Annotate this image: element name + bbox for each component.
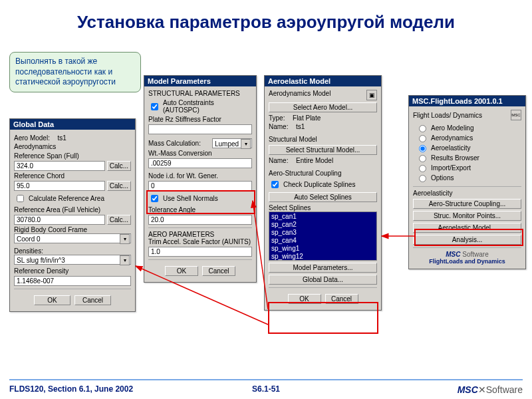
auto-select-splines-button[interactable]: Auto Select Splines (269, 192, 377, 202)
label: Import/Export (431, 164, 471, 172)
list-item[interactable]: sp_wing12 (270, 253, 376, 261)
label: Results Browser (431, 154, 479, 162)
footer-center: S6.1-51 (0, 384, 532, 394)
group-label: Aeroelasticity (413, 190, 521, 197)
section-label: AERO PARAMETERS (148, 231, 252, 238)
label: Auto Contstraints (AUTOSPC) (163, 99, 252, 114)
calc-button[interactable]: Calc... (107, 181, 131, 191)
splines-listbox[interactable]: sp_can1 sp_can2 sp_can3 sp_can4 sp_wing1… (269, 211, 377, 261)
ref-area-input[interactable] (14, 215, 105, 225)
label: Trim Accel. Scale Factor (AUNITS) (148, 238, 252, 245)
dialog-title: Aeroelastic Model (265, 76, 381, 86)
label: Structural Model (269, 136, 377, 143)
label: Reference Chord (14, 172, 131, 180)
dialog-title: Global Data (10, 119, 135, 130)
cancel-button[interactable]: Cancel (202, 266, 235, 276)
label: Reference Density (14, 267, 131, 275)
label: Reference Area (Full Vehicle) (14, 206, 131, 213)
note-box: Выполнять в такой же последовательности … (9, 52, 141, 92)
ref-chord-input[interactable] (14, 181, 105, 191)
calc-button[interactable]: Calc... (107, 215, 131, 225)
rz-input[interactable] (148, 124, 252, 134)
cds-checkbox[interactable] (271, 181, 279, 188)
label: Reference Span (Full) (14, 152, 131, 160)
ok-button[interactable]: OK (34, 295, 70, 305)
ok-button[interactable]: OK (165, 266, 198, 276)
aeroelastic-model-dialog: Aeroelastic Model Aerodynamics Model▣ Se… (264, 75, 382, 311)
label: Aero-Structural Coupling (269, 170, 377, 177)
label: Aero Model: (14, 134, 50, 142)
model-parameters-button[interactable]: Model Parameters... (269, 263, 377, 273)
list-item[interactable]: sp_wing1 (270, 245, 376, 253)
slide-title: Установка параметров аэроупругой модели (0, 12, 532, 33)
select-struct-button[interactable]: Select Structural Model... (269, 145, 377, 155)
select-aero-button[interactable]: Select Aero Model... (269, 102, 377, 112)
label: Select Splines (269, 204, 377, 211)
label: Use Shell Normals (163, 195, 218, 202)
logo-text: Software (462, 251, 488, 258)
radio-aero-modeling[interactable] (419, 125, 426, 132)
ok-button[interactable]: OK (288, 294, 321, 304)
label: Plate Rz Stiffness Factor (148, 116, 252, 123)
ref-span-input[interactable] (14, 161, 105, 171)
radio-aerodynamics[interactable] (419, 135, 426, 142)
autospc-checkbox[interactable] (151, 103, 158, 110)
label: Aeroelasticity (431, 144, 470, 152)
radio-aeroelasticity[interactable] (419, 145, 426, 152)
label: Name: (269, 157, 288, 164)
name-value: ts1 (296, 123, 305, 130)
msc-icon: MSC (511, 110, 521, 120)
msc-logo: MSC Software (413, 251, 521, 258)
rbcf-select[interactable]: Coord 0 (14, 233, 131, 243)
list-item[interactable]: sp_can2 (270, 221, 376, 229)
section-label: STRUCTURAL PARAMETERS (148, 90, 252, 97)
label: Wt.-Mass Conversion (148, 150, 252, 157)
label: Aerodynamics Model (269, 90, 331, 100)
label: Tolerance Angle (148, 206, 252, 213)
global-data-button[interactable]: Global Data... (269, 275, 377, 285)
radio-import-export[interactable] (419, 165, 426, 172)
product-label: FlightLoads and Dynamics (413, 258, 521, 265)
model-parameters-dialog: Model Parameters STRUCTURAL PARAMETERS A… (144, 75, 257, 283)
cancel-button[interactable]: Cancel (325, 294, 358, 304)
dialog-title: Model Parameters (144, 76, 256, 86)
label: Calculate Reference Area (29, 195, 104, 202)
label: Options (431, 174, 454, 182)
densities-select[interactable]: SL slug ft/in/in^3 (14, 255, 131, 265)
cancel-button[interactable]: Cancel (74, 295, 111, 305)
label: Rigid Body Coord Frame (14, 226, 131, 233)
label: Node i.d. for Wt. Gener. (148, 172, 252, 180)
tsf-input[interactable] (148, 247, 252, 257)
expand-icon[interactable]: ▣ (366, 90, 377, 100)
wtmass-input[interactable] (148, 158, 252, 168)
label: Aerodynamics (431, 134, 473, 142)
type-value: Flat Plate (293, 114, 321, 122)
struc-monitor-points-button[interactable]: Struc. Monitor Points... (413, 211, 521, 221)
list-item[interactable]: sp_can3 (270, 229, 376, 237)
label: Name: (269, 123, 288, 130)
aero-struct-coupling-button[interactable]: Aero-Structure Coupling... (413, 199, 521, 209)
sm-name-value: Entire Model (296, 157, 333, 164)
list-item[interactable]: sp_can1 (270, 213, 376, 221)
header-label: Flight Loads/ Dynamics (413, 112, 482, 119)
node-input[interactable] (148, 181, 252, 191)
radio-results-browser[interactable] (419, 155, 426, 162)
label: Densities: (14, 247, 43, 255)
aero-model-value: ts1 (57, 134, 66, 142)
footer-divider (9, 379, 523, 380)
list-item[interactable]: sp_can4 (270, 237, 376, 245)
tol-input[interactable] (148, 215, 252, 225)
radio-options[interactable] (419, 175, 426, 182)
aeroelastic-model-button[interactable]: Aeroelastic Model... (413, 223, 521, 233)
calc-button[interactable]: Calc... (107, 161, 131, 171)
label: Aero Modeling (431, 124, 473, 132)
calc-area-checkbox[interactable] (17, 195, 24, 202)
ref-density-input[interactable] (14, 276, 131, 286)
group-label: Aerodynamics (14, 143, 131, 150)
global-data-dialog: Global Data Aero Model: ts1 Aerodynamics… (9, 118, 136, 312)
shell-normals-checkbox[interactable] (151, 195, 158, 202)
label: Check Duplicate Splines (283, 181, 355, 188)
analysis-button[interactable]: Analysis... (413, 235, 521, 245)
dialog-title: MSC.FlightLoads 2001.0.1 (409, 96, 525, 106)
mass-select[interactable]: Lumped (212, 138, 252, 148)
